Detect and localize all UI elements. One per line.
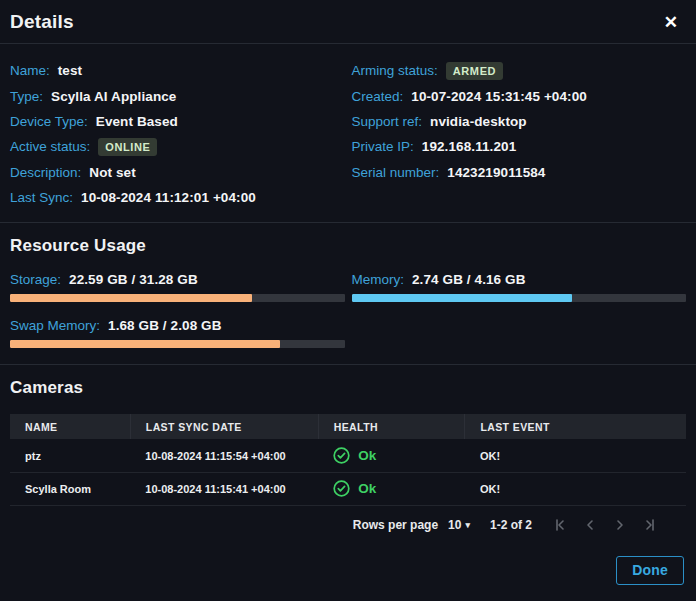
detail-row-arming-status: Arming status: ARMED xyxy=(352,58,687,83)
detail-value: 1423219011584 xyxy=(447,165,545,180)
detail-label: Arming status: xyxy=(352,63,438,78)
detail-label: Device Type: xyxy=(10,114,88,129)
detail-row-device-type: Device Type: Event Based xyxy=(10,109,345,134)
detail-label: Created: xyxy=(352,89,404,104)
dialog-header: Details ✕ xyxy=(0,0,696,44)
resource-grid: Storage: 22.59 GB / 31.28 GB Memory: 2.7… xyxy=(10,272,686,348)
swap-progress-track xyxy=(10,340,345,348)
table-row[interactable]: ptz 10-08-2024 11:15:54 +04:00 Ok OK! xyxy=(10,439,686,472)
memory-usage: Memory: 2.74 GB / 4.16 GB xyxy=(352,272,687,302)
dialog-footer: Done xyxy=(0,556,696,601)
detail-value: Scylla AI Appliance xyxy=(51,89,176,104)
detail-row-type: Type: Scylla AI Appliance xyxy=(10,83,345,108)
pagination-range: 1-2 of 2 xyxy=(490,518,532,532)
swap-memory-value: 1.68 GB / 2.08 GB xyxy=(108,318,222,333)
detail-value: 10-08-2024 11:12:01 +04:00 xyxy=(81,190,256,205)
camera-last-event: OK! xyxy=(465,439,686,472)
detail-label: Description: xyxy=(10,165,81,180)
detail-label: Private IP: xyxy=(352,139,414,154)
camera-health: Ok xyxy=(333,480,457,497)
table-pagination: Rows per page 10 ▾ 1-2 of 2 xyxy=(10,506,686,539)
done-button[interactable]: Done xyxy=(616,556,684,585)
detail-label: Serial number: xyxy=(352,165,440,180)
camera-name: Scylla Room xyxy=(10,472,130,505)
cameras-heading: Cameras xyxy=(10,378,686,398)
column-header-name: NAME xyxy=(10,414,130,439)
check-circle-icon xyxy=(333,447,350,464)
detail-value: 192.168.11.201 xyxy=(422,139,517,154)
details-left-column: Name: test Type: Scylla AI Appliance Dev… xyxy=(10,58,345,210)
detail-row-active-status: Active status: ONLINE xyxy=(10,134,345,159)
swap-memory-label: Swap Memory: xyxy=(10,318,100,333)
first-page-icon[interactable] xyxy=(552,517,568,533)
details-dialog: Details ✕ Name: test Type: Scylla AI App… xyxy=(0,0,696,601)
detail-label: Last Sync: xyxy=(10,190,73,205)
detail-row-private-ip: Private IP: 192.168.11.201 xyxy=(352,134,687,159)
detail-row-created: Created: 10-07-2024 15:31:45 +04:00 xyxy=(352,83,687,108)
status-badge-armed: ARMED xyxy=(446,62,503,80)
swap-progress-fill xyxy=(10,340,280,348)
cameras-table: NAME LAST SYNC DATE HEALTH LAST EVENT pt… xyxy=(10,414,686,506)
detail-row-last-sync: Last Sync: 10-08-2024 11:12:01 +04:00 xyxy=(10,185,345,210)
detail-value: Event Based xyxy=(96,114,178,129)
detail-row-serial-number: Serial number: 1423219011584 xyxy=(352,160,687,185)
rows-per-page-select[interactable]: 10 ▾ xyxy=(448,518,470,532)
next-page-icon[interactable] xyxy=(612,517,628,533)
column-header-health: HEALTH xyxy=(318,414,465,439)
storage-usage: Storage: 22.59 GB / 31.28 GB xyxy=(10,272,345,302)
detail-label: Active status: xyxy=(10,139,90,154)
last-page-icon[interactable] xyxy=(642,517,658,533)
prev-page-icon[interactable] xyxy=(582,517,598,533)
cameras-section: Cameras NAME LAST SYNC DATE HEALTH LAST … xyxy=(0,364,696,556)
storage-label: Storage: xyxy=(10,272,61,287)
details-right-column: Arming status: ARMED Created: 10-07-2024… xyxy=(352,58,687,210)
detail-row-support-ref: Support ref: nvidia-desktop xyxy=(352,109,687,134)
chevron-down-icon: ▾ xyxy=(465,520,470,530)
camera-last-sync: 10-08-2024 11:15:54 +04:00 xyxy=(130,439,318,472)
details-section: Name: test Type: Scylla AI Appliance Dev… xyxy=(0,44,696,222)
column-header-last-sync: LAST SYNC DATE xyxy=(130,414,318,439)
storage-progress-fill xyxy=(10,294,252,302)
detail-value: 10-07-2024 15:31:45 +04:00 xyxy=(411,89,587,104)
memory-progress-track xyxy=(352,294,687,302)
detail-label: Support ref: xyxy=(352,114,423,129)
detail-row-name: Name: test xyxy=(10,58,345,83)
dialog-title: Details xyxy=(10,11,74,33)
rows-per-page-value: 10 xyxy=(448,518,461,532)
resource-usage-heading: Resource Usage xyxy=(10,236,686,256)
memory-progress-fill xyxy=(352,294,572,302)
column-header-last-event: LAST EVENT xyxy=(465,414,686,439)
camera-last-sync: 10-08-2024 11:15:41 +04:00 xyxy=(130,472,318,505)
camera-health-text: Ok xyxy=(358,448,376,463)
check-circle-icon xyxy=(333,480,350,497)
camera-health-text: Ok xyxy=(358,481,376,496)
detail-label: Type: xyxy=(10,89,43,104)
detail-row-description: Description: Not set xyxy=(10,160,345,185)
camera-last-event: OK! xyxy=(465,472,686,505)
storage-value: 22.59 GB / 31.28 GB xyxy=(69,272,198,287)
rows-per-page-label: Rows per page xyxy=(353,518,438,532)
detail-value: Not set xyxy=(89,165,135,180)
swap-memory-usage: Swap Memory: 1.68 GB / 2.08 GB xyxy=(10,318,345,348)
detail-value: test xyxy=(58,63,82,78)
storage-progress-track xyxy=(10,294,345,302)
camera-health: Ok xyxy=(333,447,457,464)
status-badge-online: ONLINE xyxy=(98,138,157,156)
close-icon[interactable]: ✕ xyxy=(660,12,682,33)
memory-value: 2.74 GB / 4.16 GB xyxy=(412,272,526,287)
table-header-row: NAME LAST SYNC DATE HEALTH LAST EVENT xyxy=(10,414,686,439)
resource-usage-section: Resource Usage Storage: 22.59 GB / 31.28… xyxy=(0,222,696,364)
memory-label: Memory: xyxy=(352,272,405,287)
camera-name: ptz xyxy=(10,439,130,472)
detail-value: nvidia-desktop xyxy=(430,114,527,129)
detail-label: Name: xyxy=(10,63,50,78)
table-row[interactable]: Scylla Room 10-08-2024 11:15:41 +04:00 O… xyxy=(10,472,686,505)
